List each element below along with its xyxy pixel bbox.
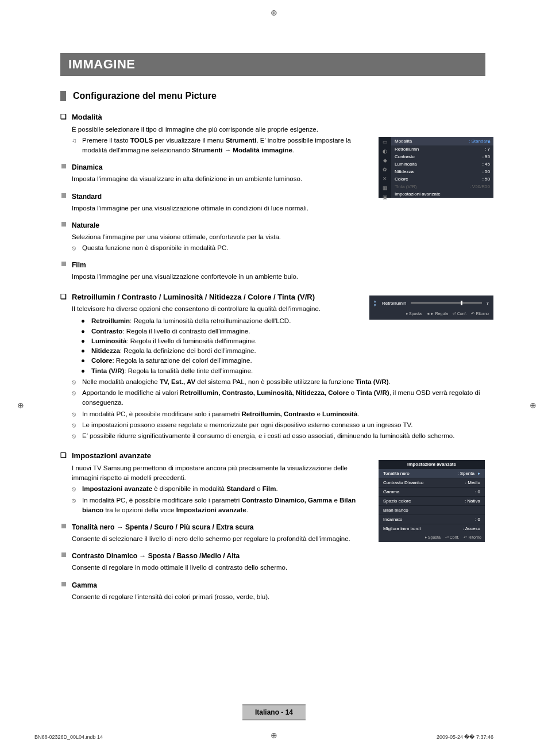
retro-note1: Nelle modalità analogiche TV, Est., AV d… xyxy=(82,377,391,387)
hint-ritorno: ↶ Ritorno xyxy=(471,312,489,316)
note-icon: ⦸ xyxy=(72,484,80,494)
retro-note2: Apportando le modifiche ai valori Retroi… xyxy=(82,388,485,408)
chevron-right-icon: ▸ xyxy=(478,471,480,476)
chevron-up-icon[interactable]: ▴ xyxy=(374,299,376,303)
note-icon: ⦸ xyxy=(72,409,80,419)
sidebar-icon: ✕ xyxy=(383,176,387,182)
standard-body: Imposta l'immagine per una visualizzazio… xyxy=(72,204,485,213)
osd-row-retroillumin[interactable]: Retroillumin: 7 xyxy=(391,145,493,153)
osd-row-contrasto[interactable]: Contrasto: 95 xyxy=(391,153,493,160)
print-mark-left: ⊕ xyxy=(17,401,24,410)
sidebar-icon: ◆ xyxy=(383,158,387,163)
heading-contrasto-dinamico: Contrasto Dinamico → Sposta / Basso /Med… xyxy=(72,551,240,561)
osd-row-nitidezza[interactable]: Nitidezza: 50 xyxy=(391,168,493,175)
osd3-row-tonalita[interactable]: Tonalità nero: Spenta▸ xyxy=(379,469,485,478)
print-mark-right: ⊕ xyxy=(530,401,537,410)
osd3-row-incarnato[interactable]: Incarnato: 0 xyxy=(379,515,485,524)
heading-modalita: Modalità xyxy=(72,112,102,123)
heading-standard: Standard xyxy=(72,191,102,202)
note-icon: ⦸ xyxy=(72,377,80,387)
print-mark-bottom: ⊕ xyxy=(271,731,277,740)
imp-note2: In modalità PC, è possibile modificare s… xyxy=(82,496,369,516)
osd-row-luminosita[interactable]: Luminosità: 45 xyxy=(391,160,493,168)
bullet-nitidezza: Nitidezza: Regola la definizione dei bor… xyxy=(91,346,256,356)
film-body: Imposta l'immagine per una visualizzazio… xyxy=(72,272,485,282)
q-bullet-icon: ❑ xyxy=(60,291,72,302)
osd-impostazioni-avanzate: Impostazioni avanzate Tonalità nero: Spe… xyxy=(379,460,485,542)
sidebar-icon: ✿ xyxy=(383,167,387,172)
bullet-contrasto: Contrasto: Regola il livello di contrast… xyxy=(91,327,250,336)
osd-slider-track[interactable] xyxy=(411,302,481,304)
sidebar-icon: ◐ xyxy=(383,148,387,154)
page-footer: Italiano - 14 xyxy=(242,704,306,720)
note-icon: ⦸ xyxy=(72,496,80,505)
retro-note5: E' possibile ridurre significativamente … xyxy=(82,431,454,441)
bullet-tinta: Tinta (V/R): Regola la tonalità delle ti… xyxy=(91,366,253,376)
osd-row-impostazioni[interactable]: Impostazioni avanzate xyxy=(391,190,493,198)
osd-picture-menu: ▭ ◐ ◆ ✿ ✕ ▦ ▣ Modalità: Standard ▸ Retro… xyxy=(379,137,493,198)
subheading: Configurazione del menu Picture xyxy=(73,91,217,101)
note-icon: ⦸ xyxy=(72,431,80,441)
osd3-row-spazio-colore[interactable]: Spazio colore: Nativa xyxy=(379,496,485,505)
osd3-row-bilan-bianco[interactable]: Bilan bianco xyxy=(379,505,485,515)
naturale-body: Seleziona l'immagine per una visione ott… xyxy=(72,232,485,242)
heading-retroillumin: Retroillumin / Contrasto / Luminosità / … xyxy=(72,291,315,303)
q-bullet-icon: ❑ xyxy=(60,450,72,460)
sidebar-icon: ▦ xyxy=(383,185,388,191)
footer-timestamp: 2009-05-24 �� 7:37:46 xyxy=(437,734,493,740)
sidebar-icon: ▣ xyxy=(383,194,388,200)
osd3-title: Impostazioni avanzate xyxy=(379,460,485,469)
bullet-colore: Colore: Regola la saturazione dei colori… xyxy=(91,356,252,366)
bullet-luminosita: Luminosità: Regola il livello di luminos… xyxy=(91,336,257,346)
heading-impostazioni: Impostazioni avanzate xyxy=(72,450,151,462)
hint-ritorno: ↶ Ritorno xyxy=(464,535,481,540)
hint-sposta: ♦ Sposta xyxy=(424,535,440,540)
heading-gamma: Gamma xyxy=(72,580,97,590)
retro-note4: Le impostazioni possono essere regolate … xyxy=(82,420,412,430)
modalita-tools-note: Premere il tasto TOOLS per visualizzare … xyxy=(82,136,369,156)
imp-intro: I nuovi TV Samsung permettono di imposta… xyxy=(72,463,365,483)
accent-bar xyxy=(60,91,66,101)
hint-conf: ⏎ Conf. xyxy=(453,312,467,316)
hint-regola: ◄► Regola xyxy=(426,312,448,316)
osd-slider-label: Retroillumin xyxy=(382,301,406,306)
heading-naturale: Naturale xyxy=(72,220,99,231)
osd-mode-row[interactable]: Modalità: Standard ▸ xyxy=(391,137,493,145)
retro-note3: In modalità PC, è possibile modificare s… xyxy=(82,409,360,419)
osd3-row-contrasto-dinamico[interactable]: Contrasto Dinamico: Medio xyxy=(379,478,485,487)
note-icon: ⦸ xyxy=(72,388,80,398)
osd-slider-value: 7 xyxy=(487,301,489,306)
heading-tonalita: Tonalità nero → Spenta / Scuro / Più scu… xyxy=(72,522,254,532)
osd-slider-retroillumin: ▴▾ Retroillumin 7 ♦ Sposta ◄► Regola ⏎ C… xyxy=(369,296,493,320)
contrasto-dinamico-body: Consente di regolare in modo ottimale il… xyxy=(72,563,485,573)
q-bullet-icon: ❑ xyxy=(60,112,72,122)
chevron-down-icon[interactable]: ▾ xyxy=(374,303,376,307)
gamma-body: Consente di regolare l'intensità dei col… xyxy=(72,592,485,602)
hint-sposta: ♦ Sposta xyxy=(406,312,421,316)
heading-dinamica: Dinamica xyxy=(72,162,102,172)
print-mark-top: ⊕ xyxy=(271,8,277,17)
osd3-row-gamma[interactable]: Gamma: 0 xyxy=(379,487,485,496)
osd-row-colore[interactable]: Colore: 50 xyxy=(391,175,493,183)
tools-icon: ♫ xyxy=(72,136,80,145)
imp-note1: Impostazioni avanzate è disponibile in m… xyxy=(82,484,278,494)
chevron-right-icon: ▸ xyxy=(488,139,491,144)
sidebar-picture-icon: ▭ xyxy=(383,139,388,145)
modalita-intro: È possibile selezionare il tipo di immag… xyxy=(72,125,485,135)
osd-slider-thumb[interactable] xyxy=(461,301,462,305)
heading-film: Film xyxy=(72,260,86,270)
hint-conf: ⏎ Conf. xyxy=(445,535,460,540)
note-icon: ⦸ xyxy=(72,420,80,430)
section-title: IMMAGINE xyxy=(60,53,485,76)
footer-filename: BN68-02326D_00L04.indb 14 xyxy=(34,734,103,740)
osd3-row-migliora[interactable]: Migliora imm bordi: Acceso xyxy=(379,524,485,533)
bullet-retroillumin: Retroillumin: Regola la luminosità della… xyxy=(91,316,291,326)
naturale-note: Questa funzione non è disponibile in mod… xyxy=(82,243,228,253)
osd-row-tinta: Tinta (V/R): V50/R50 xyxy=(391,183,493,190)
note-icon: ⦸ xyxy=(72,243,80,253)
